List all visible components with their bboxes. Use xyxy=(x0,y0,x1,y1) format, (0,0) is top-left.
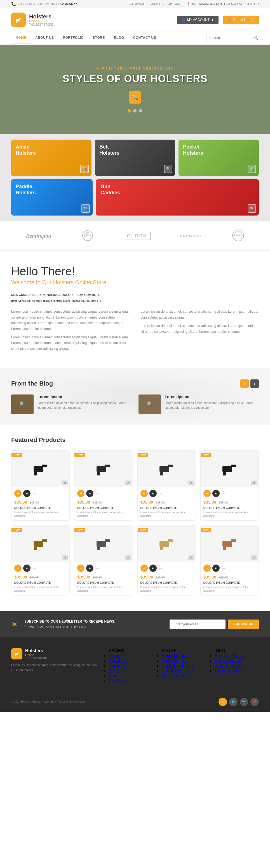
wishlist-button[interactable]: ★ xyxy=(150,490,157,497)
category-ankle-holsters[interactable]: AnkleHolsters 🔍 xyxy=(11,140,91,176)
product-description: Lorem ipsum dolor sit amet, consectetur … xyxy=(11,510,70,520)
blog-prev-button[interactable]: ‹ xyxy=(240,379,249,388)
wishlist-button[interactable]: ★ xyxy=(212,490,220,497)
pinterest-button[interactable]: 📌 xyxy=(250,698,259,706)
add-to-cart-button[interactable]: + xyxy=(14,490,22,497)
hero-dot-3[interactable] xyxy=(139,109,142,113)
address-text: 4578 MARMORA ROAD, GLASGOW D04 89 GR xyxy=(192,2,259,6)
compare-link[interactable]: COMPARE xyxy=(130,2,145,6)
footer-logo: Holsters Online THE BEST STORE xyxy=(11,648,100,659)
category-search-icon[interactable]: 🔍 xyxy=(81,205,90,213)
nav-about[interactable]: ABOUT US xyxy=(31,32,58,44)
add-to-cart-button[interactable]: + xyxy=(204,490,211,497)
blog-post-title-2[interactable]: Lorem Ipsum xyxy=(165,395,259,399)
blog-heading: From the Blog xyxy=(11,380,53,387)
more-button[interactable]: ··· xyxy=(222,566,225,570)
blog-header: From the Blog ‹ › xyxy=(11,379,259,388)
about-col-2: Lorem ipsum dolor sit amet, consectetur … xyxy=(141,309,259,354)
more-button[interactable]: ··· xyxy=(33,566,36,570)
footer-link-paddle[interactable]: Paddle Holsters xyxy=(161,669,193,673)
hero-dot-2[interactable] xyxy=(133,109,137,113)
svg-rect-21 xyxy=(222,466,232,472)
scroll-top-button[interactable]: ↑ xyxy=(218,698,227,706)
footer-link-ankle[interactable]: Ankle Holsters xyxy=(161,653,190,658)
more-button[interactable]: ··· xyxy=(33,491,36,496)
category-search-icon[interactable]: 🔍 xyxy=(164,165,172,173)
hero-search-button[interactable]: 🔍 xyxy=(129,91,141,103)
mycart-link[interactable]: MY CART xyxy=(168,2,182,6)
product-view-button[interactable]: ↗ xyxy=(62,555,68,560)
product-badge: NEW xyxy=(138,453,148,457)
catalog-link[interactable]: CATALOG xyxy=(150,2,164,6)
footer-link-terms[interactable]: Terms of Use xyxy=(214,669,241,673)
footer-link-shipping[interactable]: Shipping Policy xyxy=(214,653,245,658)
search-button[interactable]: 🔍 xyxy=(253,35,259,41)
wishlist-button[interactable]: ★ xyxy=(150,564,157,572)
nav-portfolio[interactable]: PORTFOLIO xyxy=(58,32,88,44)
product-view-button[interactable]: ↗ xyxy=(188,555,194,560)
footer-link-pocket[interactable]: Pocket Holsters xyxy=(161,663,193,668)
blog-nav: ‹ › xyxy=(240,379,259,388)
product-name: DOLORE IPSUM CONVIETE xyxy=(11,581,70,585)
footer-link-belt[interactable]: Belt Holsters xyxy=(161,658,187,663)
search-input[interactable] xyxy=(206,34,251,42)
product-badge: NEW xyxy=(75,528,85,532)
add-to-cart-button[interactable]: + xyxy=(204,564,211,572)
wishlist-button[interactable]: ★ xyxy=(86,490,93,497)
category-pocket-holsters[interactable]: PocketHolsters 🔍 xyxy=(179,140,259,176)
more-button[interactable]: ··· xyxy=(96,566,99,570)
footer-link-store[interactable]: Store xyxy=(109,669,119,673)
footer-link-privacy[interactable]: Privacy Policy xyxy=(214,663,242,668)
wishlist-button[interactable]: ★ xyxy=(212,564,220,572)
footer-link-contact[interactable]: Contact Us xyxy=(109,678,131,683)
svg-rect-34 xyxy=(231,539,236,542)
nav-home[interactable]: HOME xyxy=(11,32,31,44)
category-search-icon[interactable]: 🔍 xyxy=(248,165,256,173)
footer-link-blog[interactable]: Blog xyxy=(109,673,117,678)
hero-section: ✦ FIND THE LATEST DESIGNS AND STYLES OF … xyxy=(0,45,270,134)
category-belt-holsters[interactable]: BeltHolsters 🔍 xyxy=(95,140,175,176)
add-to-cart-button[interactable]: + xyxy=(140,564,148,572)
category-search-icon[interactable]: 🔍 xyxy=(80,165,89,173)
add-to-cart-button[interactable]: + xyxy=(77,490,84,497)
footer-link-about[interactable]: About Us xyxy=(109,658,127,663)
category-search-icon[interactable]: 🔍 xyxy=(248,205,256,213)
hero-dot-1[interactable] xyxy=(128,109,131,113)
top-bar-right: COMPARE CATALOG MY CART 📍 4578 MARMORA R… xyxy=(130,2,259,6)
twitter-button[interactable]: 🐦 xyxy=(229,698,238,706)
footer-link-portfolio[interactable]: Portfolio xyxy=(109,663,125,668)
nav-store[interactable]: STORE xyxy=(88,32,109,44)
product-view-button[interactable]: ↗ xyxy=(188,480,194,485)
wishlist-button[interactable]: ★ xyxy=(23,564,30,572)
more-button[interactable]: ··· xyxy=(159,491,162,496)
add-to-cart-button[interactable]: + xyxy=(140,490,148,497)
product-view-button[interactable]: ↗ xyxy=(62,480,68,485)
product-view-button[interactable]: ↗ xyxy=(125,480,131,485)
add-to-cart-button[interactable]: + xyxy=(14,564,22,572)
category-paddle-holsters[interactable]: PaddleHolsters 🔍 xyxy=(11,179,92,216)
svg-text:SMITH &: SMITH & xyxy=(84,233,90,235)
nav-contact[interactable]: CONTACT US xyxy=(129,32,161,44)
account-button[interactable]: 👤 MY ACCOUNT ▼ xyxy=(177,16,218,24)
more-button[interactable]: ··· xyxy=(159,566,162,570)
product-view-button[interactable]: ↗ xyxy=(251,480,257,485)
cart-button[interactable]: 🛒 Cart 0 item(s) xyxy=(223,16,259,24)
blog-post-title-1[interactable]: Lorem Ipsum xyxy=(37,395,132,399)
product-view-button[interactable]: ↗ xyxy=(251,555,257,560)
wishlist-button[interactable]: ★ xyxy=(23,490,30,497)
more-button[interactable]: ··· xyxy=(222,491,225,496)
add-to-cart-button[interactable]: + xyxy=(77,564,84,572)
instagram-button[interactable]: 📷 xyxy=(240,698,248,706)
footer-link-return[interactable]: Return Policy xyxy=(214,658,241,663)
nav-blog[interactable]: BLOG xyxy=(109,32,129,44)
wishlist-button[interactable]: ★ xyxy=(86,564,93,572)
more-button[interactable]: ··· xyxy=(96,491,99,496)
category-gun-caddies[interactable]: GunCaddies 🔍 xyxy=(96,179,259,216)
product-view-button[interactable]: ↗ xyxy=(125,555,131,560)
blog-next-button[interactable]: › xyxy=(250,379,259,388)
about-label2: IPSUM MENTUS MES INENASINGE MES INENASIN… xyxy=(11,299,259,304)
footer-link-gun[interactable]: Gun Caddies xyxy=(161,673,187,678)
newsletter-subscribe-button[interactable]: Subscribe xyxy=(228,620,259,629)
footer-link-home[interactable]: Home xyxy=(109,653,120,658)
newsletter-email-input[interactable] xyxy=(169,620,225,629)
